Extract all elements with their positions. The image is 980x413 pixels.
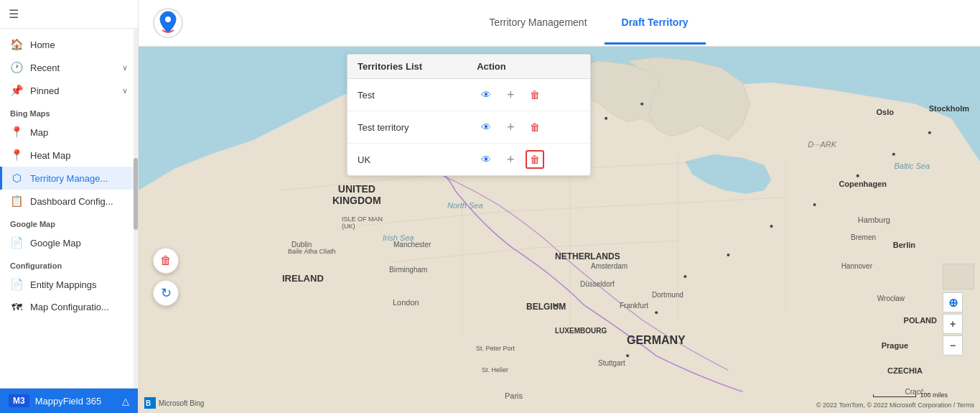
table-row: UK 👁 + 🗑: [347, 144, 590, 176]
compass-button[interactable]: ⊕: [943, 292, 963, 312]
sidebar-item-recent[interactable]: 🕐 Recent ∨: [0, 56, 138, 79]
sidebar-item-label: Map: [30, 127, 48, 138]
delete-button-test[interactable]: 🗑: [526, 85, 544, 104]
north-sea-label: North Sea: [447, 201, 483, 210]
city-london: London: [393, 298, 419, 307]
sidebar-header: ☰: [0, 0, 138, 29]
app-logo: [153, 8, 183, 38]
svg-point-17: [655, 311, 658, 314]
sidebar-footer-label: MappyField 365: [35, 396, 102, 407]
sidebar-item-pinned[interactable]: 📌 Pinned ∨: [0, 79, 138, 102]
add-button-test[interactable]: +: [501, 85, 520, 104]
delete-button-uk[interactable]: 🗑: [526, 150, 544, 169]
delete-button-test-territory[interactable]: 🗑: [526, 118, 544, 136]
city-stuttgart: Stuttgart: [598, 359, 625, 367]
city-st-peter: St. Peter Port: [476, 345, 515, 352]
svg-point-21: [813, 203, 816, 206]
sidebar-item-label: Google Map: [30, 238, 81, 249]
section-configuration: Configuration: [0, 254, 138, 273]
territory-name-uk: UK: [347, 144, 467, 176]
action-cell-test: 👁 + 🗑: [467, 79, 590, 111]
region-netherlands: NETHERLANDS: [555, 251, 620, 261]
svg-point-18: [683, 275, 686, 278]
territories-table: Territories List Action Test 👁 + 🗑: [347, 55, 590, 175]
entity-icon: 📄: [10, 278, 23, 291]
chevron-down-icon: ∨: [122, 86, 128, 96]
main-area: Territory Management Draft Territory: [139, 0, 980, 413]
sidebar-item-label: Map Configuratio...: [30, 302, 109, 312]
city-oslo: Oslo: [877, 108, 894, 116]
logo-area: [153, 8, 183, 38]
add-button-test-territory[interactable]: +: [501, 118, 520, 136]
view-button-uk[interactable]: 👁: [477, 150, 495, 169]
sidebar-item-heatmap[interactable]: 📍 Heat Map: [0, 144, 138, 167]
city-dusseldorf: Düsseldorf: [580, 280, 615, 288]
map-copyright: © 2022 TomTom, © 2022 Microsoft Corporat…: [816, 402, 974, 409]
map-container[interactable]: Oslo Stockholm Copenhagen Hamburg Bremen…: [139, 47, 980, 413]
sidebar: ☰ 🏠 Home 🕐 Recent ∨ 📌 Pinned ∨ Bing Maps: [0, 0, 139, 413]
sidebar-item-label: Home: [30, 40, 55, 50]
scale-label: 100 miles: [920, 391, 948, 399]
sidebar-item-home[interactable]: 🏠 Home: [0, 33, 138, 56]
map-delete-button[interactable]: 🗑: [153, 248, 179, 274]
region-germany: GERMANY: [627, 334, 686, 347]
zoom-in-button[interactable]: +: [943, 314, 963, 334]
sidebar-item-label: Territory Manage...: [30, 173, 108, 184]
svg-point-25: [605, 117, 607, 120]
map-refresh-button[interactable]: ↻: [153, 280, 179, 306]
zoom-out-button[interactable]: −: [943, 335, 963, 356]
region-united-kingdom: UNITEDKINGDOM: [332, 183, 381, 206]
svg-point-26: [640, 103, 643, 106]
col-territories-list: Territories List: [347, 55, 467, 79]
city-baile: Baile Átha Cliath: [288, 248, 336, 255]
city-dortmund: Dortmund: [652, 291, 683, 299]
hamburger-icon[interactable]: ☰: [9, 7, 19, 21]
city-hamburg: Hamburg: [858, 215, 890, 224]
city-amsterdam: Amsterdam: [591, 262, 627, 270]
sidebar-item-entity-mappings[interactable]: 📄 Entity Mappings: [0, 273, 138, 296]
home-icon: 🏠: [10, 38, 23, 51]
mapconfig-icon: 🗺: [10, 301, 23, 313]
dashboard-icon: 📋: [10, 195, 23, 208]
sidebar-item-map-config[interactable]: 🗺 Map Configuratio...: [0, 296, 138, 318]
svg-point-0: [165, 17, 171, 22]
territory-name-test: Test: [347, 79, 467, 111]
scrollbar-thumb[interactable]: [134, 158, 138, 230]
sidebar-item-map[interactable]: 📍 Map: [0, 121, 138, 144]
scrollbar-track: [134, 29, 138, 388]
table-row: Test 👁 + 🗑: [347, 79, 590, 111]
region-ireland: IRELAND: [282, 273, 324, 284]
sidebar-item-dashboard[interactable]: 📋 Dashboard Config...: [0, 190, 138, 213]
isle-of-man: ISLE OF MAN(UK): [342, 215, 383, 230]
googlemap-icon: 📄: [10, 236, 23, 249]
view-button-test[interactable]: 👁: [477, 85, 495, 104]
m3-badge: M3: [9, 394, 29, 407]
sidebar-item-googlemap[interactable]: 📄 Google Map: [0, 231, 138, 254]
add-button-uk[interactable]: +: [501, 150, 520, 169]
region-czechia: CZECHIA: [887, 366, 923, 375]
sidebar-footer[interactable]: M3 MappyField 365 △: [0, 388, 138, 413]
section-google-map: Google Map: [0, 213, 138, 231]
city-st-helier: St. Helier: [482, 366, 508, 373]
section-bing-maps: Bing Maps: [0, 102, 138, 121]
city-prague: Prague: [882, 341, 908, 350]
sidebar-item-territory[interactable]: ⬡ Territory Manage...: [0, 167, 138, 190]
city-frankfurt: Frankfurt: [620, 302, 648, 310]
territory-name-test-territory: Test territory: [347, 111, 467, 144]
map-controls: ⊕ + −: [943, 264, 974, 356]
city-manchester: Manchester: [393, 241, 431, 249]
recent-icon: 🕐: [10, 61, 23, 74]
action-cell-test-territory: 👁 + 🗑: [467, 111, 590, 144]
svg-point-19: [727, 254, 729, 256]
svg-point-22: [857, 175, 859, 177]
city-stockholm: Stockholm: [929, 104, 969, 113]
view-button-test-territory[interactable]: 👁: [477, 118, 495, 136]
territories-panel: Territories List Action Test 👁 + 🗑: [347, 54, 591, 176]
baltic-sea-label: Baltic Sea: [894, 162, 930, 170]
tabs-area: Territory Management Draft Territory: [212, 2, 966, 45]
map-thumbnail[interactable]: [943, 264, 974, 289]
bing-logo: B Microsoft Bing: [144, 397, 204, 409]
city-wroclaw: Wrocław: [877, 294, 905, 302]
tab-territory-management[interactable]: Territory Management: [472, 2, 604, 45]
tab-draft-territory[interactable]: Draft Territory: [605, 2, 706, 45]
